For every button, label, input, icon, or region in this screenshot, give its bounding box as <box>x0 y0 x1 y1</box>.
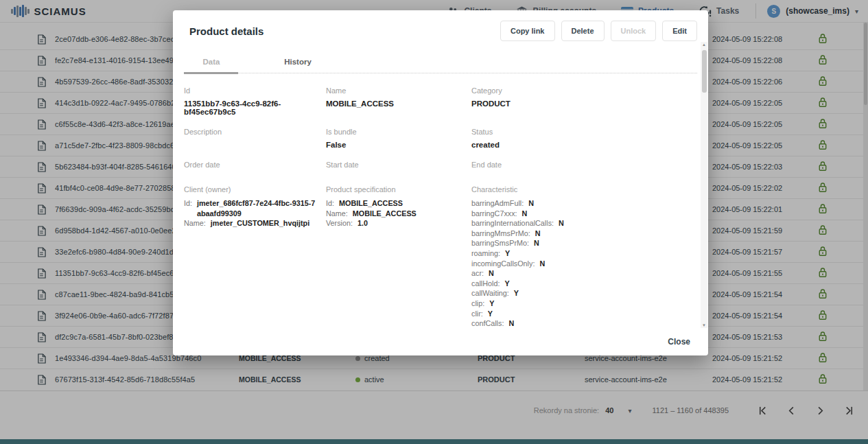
close-button[interactable]: Close <box>668 337 690 347</box>
kv-item: clip:Y <box>471 299 685 309</box>
kv-item: confCalls:N <box>471 318 685 329</box>
field-value: MOBILE_ACCESS <box>326 100 463 108</box>
kv-value: N <box>559 218 564 229</box>
modal-body: Id 11351bb7-9c63-4cc9-82f6-bf45ec67b9c5 … <box>173 78 700 329</box>
kv-value: N <box>508 318 514 329</box>
section-product-specification: Product specification Id:MOBILE_ACCESSNa… <box>326 185 471 329</box>
kv-value: Y <box>505 248 510 259</box>
kv-value: MOBILE_ACCESS <box>339 198 403 209</box>
kv-item: acr:N <box>471 268 685 279</box>
kv-value: N <box>528 198 534 209</box>
kv-item: clir:Y <box>471 309 685 319</box>
kv-item: barringAdmFull:N <box>471 198 685 209</box>
kv-key: confCalls: <box>471 318 504 329</box>
section-client-owner: Client (owner) Id:jmeter_686fcf87-7e24-4… <box>184 185 326 329</box>
kv-value: 1.0 <box>357 218 368 229</box>
kv-value: N <box>535 229 541 239</box>
field-id: Id 11351bb7-9c63-4cc9-82f6-bf45ec67b9c5 <box>184 86 326 116</box>
section-characteristic: Characteristic barringAdmFull:NbarringC7… <box>471 185 693 329</box>
field-value: False <box>326 141 463 149</box>
kv-key: roaming: <box>471 248 500 259</box>
kv-key: dataStandard: <box>471 329 518 329</box>
kv-value: Y <box>514 288 519 299</box>
modal-scrollbar[interactable]: ▲ ▼ <box>701 42 707 328</box>
tab-history[interactable]: History <box>270 58 325 66</box>
delete-button[interactable]: Delete <box>561 21 605 41</box>
modal-actions: Copy link Delete Unlock Edit <box>500 21 697 41</box>
kv-item: dataStandard:Y <box>471 329 685 329</box>
scroll-down-icon[interactable]: ▼ <box>701 323 707 327</box>
kv-item: Id:MOBILE_ACCESS <box>326 198 463 209</box>
field-category: Category PRODUCT <box>471 86 693 116</box>
field-value: created <box>471 141 685 149</box>
kv-item: callHold:Y <box>471 279 685 289</box>
field-order-date: Order date <box>184 161 326 174</box>
section-label: Characteristic <box>471 185 685 194</box>
field-name: Name MOBILE_ACCESS <box>326 86 471 116</box>
unlock-button[interactable]: Unlock <box>611 21 657 41</box>
product-details-modal: Product details Copy link Delete Unlock … <box>173 10 708 355</box>
kv-key: Name: <box>184 218 206 229</box>
kv-key: barringSmsPrMo: <box>471 238 529 248</box>
kv-key: barringC7xxx: <box>471 209 517 219</box>
kv-item: Name:jmeter_CUSTOMER_hvqijtpi <box>184 218 318 229</box>
characteristic-kv-list: barringAdmFull:NbarringC7xxx:NbarringInt… <box>471 198 685 329</box>
kv-key: acr: <box>471 268 484 279</box>
kv-key: barringAdmFull: <box>471 198 524 209</box>
kv-key: barringInternationalCalls: <box>471 218 554 229</box>
field-label: Description <box>184 128 318 136</box>
field-description: Description <box>184 128 326 149</box>
field-start-date: Start date <box>326 161 471 174</box>
field-value: PRODUCT <box>471 100 685 108</box>
modal-scrollbar-thumb[interactable] <box>702 50 707 93</box>
field-label: End date <box>471 161 685 169</box>
kv-key: Id: <box>326 198 334 209</box>
field-status: Status created <box>471 128 693 149</box>
section-label: Client (owner) <box>184 185 318 194</box>
kv-key: barringMmsPrMo: <box>471 229 530 239</box>
kv-item: barringMmsPrMo:N <box>471 229 685 239</box>
kv-item: callWaiting:Y <box>471 288 685 299</box>
kv-item: roaming:Y <box>471 248 685 259</box>
field-label: Name <box>326 86 463 95</box>
kv-key: callWaiting: <box>471 288 509 299</box>
kv-value: Y <box>489 299 494 309</box>
field-label: Status <box>471 128 685 136</box>
field-label: Is bundle <box>326 128 463 136</box>
active-tab-indicator <box>184 72 238 74</box>
edit-button[interactable]: Edit <box>662 21 697 41</box>
kv-value: Y <box>504 279 509 289</box>
section-label: Product specification <box>326 185 463 194</box>
kv-item: barringC7xxx:N <box>471 209 685 219</box>
spec-kv-list: Id:MOBILE_ACCESSName:MOBILE_ACCESSVersio… <box>326 198 463 229</box>
kv-key: callHold: <box>471 279 500 289</box>
kv-value: N <box>522 209 528 219</box>
field-label: Category <box>471 86 685 95</box>
kv-item: Version:1.0 <box>326 218 463 229</box>
kv-item: Id:jmeter_686fcf87-7e24-4fbc-9315-7abaaf… <box>184 198 318 218</box>
modal-header: Product details Copy link Delete Unlock … <box>173 10 708 41</box>
client-kv-list: Id:jmeter_686fcf87-7e24-4fbc-9315-7abaaf… <box>184 198 318 229</box>
field-value: 11351bb7-9c63-4cc9-82f6-bf45ec67b9c5 <box>184 100 318 116</box>
kv-key: clir: <box>471 309 483 319</box>
modal-title: Product details <box>189 25 263 37</box>
modal-tabs: Data History <box>184 58 697 73</box>
kv-key: clip: <box>471 299 484 309</box>
tab-data[interactable]: Data <box>184 58 239 66</box>
scroll-up-icon[interactable]: ▲ <box>701 43 707 47</box>
field-label: Id <box>184 86 318 95</box>
field-label: Order date <box>184 161 318 169</box>
kv-value: Y <box>488 309 493 319</box>
copy-link-button[interactable]: Copy link <box>500 21 555 41</box>
kv-item: barringSmsPrMo:N <box>471 238 685 248</box>
kv-value: N <box>539 259 545 269</box>
kv-value: MOBILE_ACCESS <box>353 209 417 219</box>
kv-value: jmeter_686fcf87-7e24-4fbc-9315-7abaafd99… <box>197 198 318 218</box>
field-end-date: End date <box>471 161 693 174</box>
kv-value: N <box>489 268 494 279</box>
kv-value: Y <box>523 329 528 329</box>
kv-key: Id: <box>184 198 192 209</box>
kv-key: Version: <box>326 218 353 229</box>
field-label: Start date <box>326 161 463 169</box>
kv-key: Name: <box>326 209 348 219</box>
